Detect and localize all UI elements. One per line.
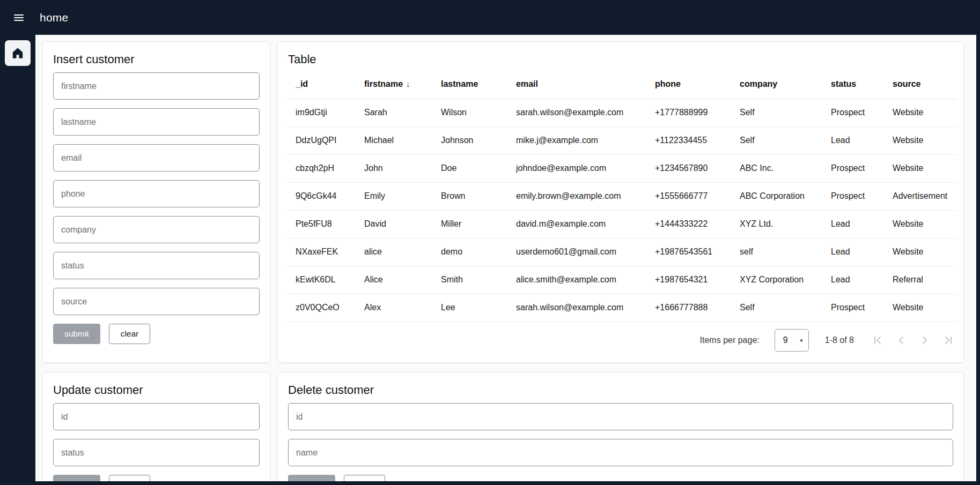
window-right-edge xyxy=(976,0,980,485)
column-header-firstname[interactable]: firstname↓ xyxy=(354,70,431,99)
page-size-select[interactable]: 9 ▾ xyxy=(775,329,809,352)
column-header-status[interactable]: status xyxy=(821,70,882,99)
update-id-input[interactable] xyxy=(53,403,260,430)
lastname-input[interactable] xyxy=(53,108,260,136)
page-title: home xyxy=(40,11,68,24)
table-body: im9dGtjiSarahWilsonsarah.wilson@example.… xyxy=(285,99,957,322)
table-cell: Johnson xyxy=(431,126,506,154)
insert-clear-button[interactable]: clear xyxy=(109,324,151,344)
column-header-label: company xyxy=(740,79,777,88)
insert-customer-card: Insert customer submit clear xyxy=(42,41,270,363)
company-input[interactable] xyxy=(53,216,260,243)
table-cell: Website xyxy=(882,238,957,266)
table-cell: John xyxy=(354,154,431,182)
table-cell: Lee xyxy=(431,294,506,322)
update-card-title: Update customer xyxy=(53,383,260,398)
last-page-button[interactable] xyxy=(937,329,960,352)
update-status-input[interactable] xyxy=(53,439,260,466)
column-header-label: status xyxy=(831,79,856,88)
firstname-input[interactable] xyxy=(53,72,260,100)
table-cell: alice xyxy=(354,238,431,266)
menu-button[interactable] xyxy=(6,5,31,30)
table-cell: im9dGtji xyxy=(285,99,354,126)
table-card-title: Table xyxy=(278,52,963,67)
table-cell: z0V0QCeO xyxy=(285,294,354,322)
table-cell: kEwtK6DL xyxy=(285,266,354,294)
sort-desc-icon: ↓ xyxy=(406,79,410,88)
table-cell: Miller xyxy=(431,210,506,238)
table-cell: sarah.wilson@example.com xyxy=(506,99,645,126)
table-cell: DdzUgQPI xyxy=(285,126,354,154)
last-page-icon xyxy=(942,334,955,347)
table-cell: emily.brown@example.com xyxy=(506,182,645,210)
customers-table: _id firstname↓ lastname email phone comp… xyxy=(285,70,957,322)
table-cell: XYZ Corporation xyxy=(730,266,821,294)
table-cell: Website xyxy=(882,154,957,182)
table-cell: +1234567890 xyxy=(645,154,730,182)
table-cell: Website xyxy=(882,210,957,238)
table-row: NXaxeFEKalicedemouserdemo601@gmail.com+1… xyxy=(285,238,957,266)
table-cell: Alex xyxy=(354,294,431,322)
table-cell: Emily xyxy=(354,182,431,210)
table-row: DdzUgQPIMichaelJohnsonmike.j@example.com… xyxy=(285,126,957,154)
delete-card-title: Delete customer xyxy=(288,383,953,398)
table-cell: XYZ Ltd. xyxy=(730,210,821,238)
table-cell: cbzqh2pH xyxy=(285,154,354,182)
table-cell: mike.j@example.com xyxy=(506,126,645,154)
table-card: Table _id firstname↓ lastname email phon… xyxy=(277,41,964,363)
table-cell: Website xyxy=(882,99,957,126)
table-row: z0V0QCeOAlexLeesarah.wilson@example.com+… xyxy=(285,294,957,322)
update-customer-card: Update customer submit clear xyxy=(42,372,270,485)
insert-submit-button[interactable]: submit xyxy=(53,324,100,344)
table-cell: +1666777888 xyxy=(645,294,730,322)
column-header-phone[interactable]: phone xyxy=(645,70,730,99)
table-cell: Brown xyxy=(431,182,506,210)
first-page-button[interactable] xyxy=(866,329,889,352)
menu-icon xyxy=(12,11,25,24)
items-per-page-label: Items per page: xyxy=(700,335,760,345)
table-cell: sarah.wilson@example.com xyxy=(506,294,645,322)
table-cell: Smith xyxy=(431,266,506,294)
home-icon xyxy=(11,46,25,60)
delete-id-input[interactable] xyxy=(288,403,953,430)
column-header-lastname[interactable]: lastname xyxy=(431,70,506,99)
table-cell: Self xyxy=(730,99,821,126)
table-cell: +1444333222 xyxy=(645,210,730,238)
table-cell: +1777888999 xyxy=(645,99,730,126)
table-cell: Prospect xyxy=(821,294,882,322)
email-input[interactable] xyxy=(53,144,260,171)
column-header-label: firstname xyxy=(364,79,403,88)
table-cell: david.m@example.com xyxy=(506,210,645,238)
table-cell: Wilson xyxy=(431,99,506,126)
table-cell: Referral xyxy=(882,266,957,294)
table-cell: self xyxy=(730,238,821,266)
table-cell: Prospect xyxy=(821,99,882,126)
table-cell: Lead xyxy=(821,266,882,294)
previous-page-button[interactable] xyxy=(889,329,913,352)
table-cell: Lead xyxy=(821,210,882,238)
table-cell: Advertisement xyxy=(882,182,957,210)
table-cell: alice.smith@example.com xyxy=(506,266,645,294)
column-header-email[interactable]: email xyxy=(506,70,645,99)
column-header-source[interactable]: source xyxy=(882,70,957,99)
previous-page-icon xyxy=(895,334,908,347)
column-header-company[interactable]: company xyxy=(730,70,821,99)
column-header-label: email xyxy=(516,79,538,88)
table-cell: 9Q6cGk44 xyxy=(285,182,354,210)
phone-input[interactable] xyxy=(53,180,260,207)
delete-name-input[interactable] xyxy=(288,439,953,466)
page-size-value: 9 xyxy=(783,335,788,345)
sidebar-home-button[interactable] xyxy=(5,40,31,66)
next-page-button[interactable] xyxy=(913,329,937,352)
navbar: home xyxy=(0,0,980,35)
column-header-id[interactable]: _id xyxy=(285,70,354,99)
table-row: 9Q6cGk44EmilyBrownemily.brown@example.co… xyxy=(285,182,957,210)
source-input[interactable] xyxy=(53,288,260,315)
table-cell: Prospect xyxy=(821,154,882,182)
table-cell: ABC Corporation xyxy=(730,182,821,210)
table-cell: +1122334455 xyxy=(645,126,730,154)
status-input[interactable] xyxy=(53,252,260,279)
table-cell: Lead xyxy=(821,238,882,266)
table-cell: Doe xyxy=(431,154,506,182)
column-header-label: phone xyxy=(655,79,681,88)
